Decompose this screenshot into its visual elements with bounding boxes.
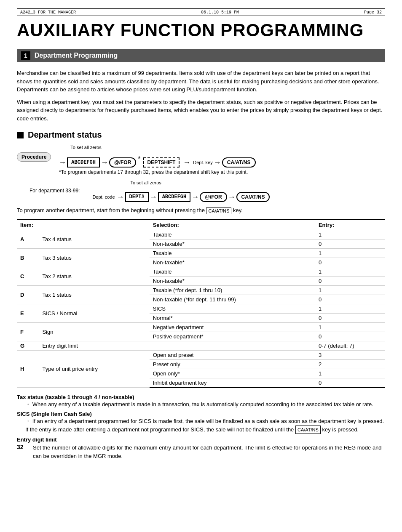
sics-title: SICS (Single Item Cash Sale) [17, 411, 385, 417]
table-row: G Entry digit limit 0-7 (default: 7) [17, 341, 385, 350]
flow-row-1: → ABCDEFGH → @/FOR * DEPTSHIFT → Dept. k… [58, 157, 255, 168]
arrow6-icon: → [150, 193, 157, 201]
arrow5-icon: → [117, 193, 124, 201]
arrow3-icon: → [183, 159, 190, 166]
header-center: 06.1.10 5:19 PM [201, 10, 239, 15]
subsection-title: Department status [28, 130, 102, 140]
to-set-zeros-label: To set all zeros [70, 145, 101, 150]
entry-h2: 2 [315, 359, 385, 369]
ca-at-ns-key1: CA/AT/NS [222, 157, 256, 168]
sel-e1: SICS [150, 304, 315, 313]
arrow2-icon: → [101, 159, 108, 166]
section-number: 1 [21, 51, 30, 60]
header-left: A242_3 FOR THE MANAGER [20, 10, 76, 15]
desc-f: Sign [39, 322, 149, 341]
entry-b1: 1 [315, 248, 385, 258]
sel-a2: Non-taxable* [150, 239, 315, 248]
entry-g: 0-7 (default: 7) [315, 341, 385, 350]
for-key2: @/FOR [200, 192, 227, 202]
entry-digit-row: 32 Set the number of allowable digits fo… [17, 444, 385, 460]
item-a: A [17, 230, 39, 248]
tax-title: Tax status (taxable 1 through 4 / non-ta… [17, 394, 385, 400]
subsection-square-icon [17, 132, 24, 138]
sel-d1: Taxable (*for dept. 1 thru 10) [150, 285, 315, 295]
dept-key-label: Dept. key [193, 160, 212, 165]
sel-h4: Inhibit department key [150, 378, 315, 388]
body-text-2: When using a department key, you must se… [17, 98, 385, 123]
bullet-tax: ・ [25, 401, 31, 407]
for-key: @/FOR [109, 157, 136, 168]
entry-a2: 0 [315, 239, 385, 248]
dept-code-label: Dept. code [92, 194, 115, 200]
entry-a1: 1 [315, 230, 385, 239]
header-bar: A242_3 FOR THE MANAGER 06.1.10 5:19 PM P… [17, 8, 385, 16]
entry-d1: 1 [315, 285, 385, 295]
item-g: G [17, 341, 39, 350]
entry-h3: 1 [315, 369, 385, 378]
main-title: AUXILIARY FUNCTION PROGRAMMING [17, 20, 385, 40]
sel-h2: Preset only [150, 359, 315, 369]
table-row: H Type of unit price entry Open and pres… [17, 350, 385, 359]
header-right: Page 32 [364, 10, 382, 15]
abcdefgh-key2: ABCDEFGH [158, 192, 191, 202]
sel-e2: Normal* [150, 313, 315, 322]
dept-hash-key: DEPT# [125, 192, 149, 202]
department-table: Item: Selection: Entry: A Tax 4 status T… [17, 219, 385, 388]
to-set-zeros-label2: To set all zeros [130, 180, 161, 185]
section1-header: 1 Department Programming [17, 49, 385, 62]
procedure-diagram: Procedure To set all zeros → ABCDEFGH → … [17, 145, 385, 214]
desc-d: Tax 1 status [39, 285, 149, 304]
abcdefgh-key: ABCDEFGH [67, 157, 100, 168]
entry-e1: 1 [315, 304, 385, 313]
item-f: F [17, 322, 39, 341]
entry-digit-body: Set the number of allowable digits for t… [33, 444, 385, 460]
table-row: F Sign Negative department 1 [17, 322, 385, 332]
item-b: B [17, 248, 39, 267]
notes-section: Tax status (taxable 1 through 4 / non-ta… [17, 394, 385, 460]
sel-c1: Taxable [150, 267, 315, 276]
page-number-inline: 32 [17, 444, 26, 450]
table-row: D Tax 1 status Taxable (*for dept. 1 thr… [17, 285, 385, 295]
entry-c2: 0 [315, 276, 385, 285]
item-h: H [17, 350, 39, 388]
desc-b: Tax 3 status [39, 248, 149, 267]
entry-d2: 0 [315, 295, 385, 304]
desc-g: Entry digit limit [39, 341, 149, 350]
flow-footnote: *To program departments 17 through 32, p… [59, 169, 385, 175]
ca-at-ns-key2: CA/AT/NS [236, 192, 270, 202]
sel-b1: Taxable [150, 248, 315, 258]
body-text-1: Merchandise can be classified into a max… [17, 69, 385, 94]
item-c: C [17, 267, 39, 285]
table-header-desc [39, 220, 149, 230]
arrow7-icon: → [191, 193, 199, 201]
sics-body: ・ If an entry of a department programmed… [25, 417, 385, 434]
sel-h1: Open and preset [150, 350, 315, 359]
entry-b2: 0 [315, 258, 385, 267]
sel-a1: Taxable [150, 230, 315, 239]
item-d: D [17, 285, 39, 304]
table-header-item: Item: [17, 220, 39, 230]
dept3399-section: For department 33-99: To set all zeros D… [29, 180, 385, 202]
sel-f1: Negative department [150, 322, 315, 332]
entry-digit-title: Entry digit limit [17, 436, 385, 443]
page: A242_3 FOR THE MANAGER 06.1.10 5:19 PM P… [0, 0, 402, 532]
desc-e: SICS / Normal [39, 304, 149, 322]
table-row: A Tax 4 status Taxable 1 [17, 230, 385, 239]
desc-a: Tax 4 status [39, 230, 149, 248]
sel-d2: Non-taxable (*for dept. 11 thru 99) [150, 295, 315, 304]
table-header-selection: Selection: [150, 220, 315, 230]
sel-g [150, 341, 315, 350]
dept-status-header: Department status [17, 130, 385, 140]
arrow8-icon: → [228, 193, 236, 201]
asterisk-note: * [138, 155, 140, 163]
item-e: E [17, 304, 39, 322]
desc-h: Type of unit price entry [39, 350, 149, 388]
arrow4-icon: → [214, 159, 221, 166]
table-row: E SICS / Normal SICS 1 [17, 304, 385, 313]
section-title: Department Programming [35, 52, 118, 59]
dept3399-label: For department 33-99: [29, 188, 80, 194]
table-header-entry: Entry: [315, 220, 385, 230]
bullet-sics: ・ [25, 418, 31, 424]
ca-at-ns-sics: CA/AT/NS [295, 426, 321, 434]
sel-f2: Positive department* [150, 332, 315, 341]
